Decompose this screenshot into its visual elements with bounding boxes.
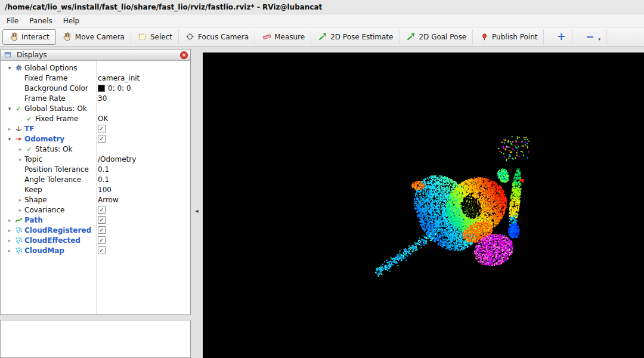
property-label: Fixed Frame (24, 74, 67, 82)
expander-expanded-icon[interactable]: ▾ (5, 106, 14, 112)
visibility-checkbox[interactable]: ✓ (98, 206, 106, 214)
tree-row-frame-rate[interactable]: Frame Rate30 (1, 93, 190, 103)
tool-2d-goal-pose[interactable]: 2D Goal Pose (400, 29, 473, 45)
move-camera-icon (63, 32, 72, 42)
color-swatch[interactable] (98, 85, 105, 92)
visibility-checkbox[interactable]: ✓ (98, 236, 106, 244)
property-value[interactable]: 100 (98, 184, 112, 195)
property-value[interactable]: 0; 0; 0 (98, 83, 131, 93)
expander-collapsed-icon[interactable]: ▸ (5, 126, 14, 132)
tool-move-camera[interactable]: Move Camera (56, 29, 131, 45)
visibility-checkbox[interactable]: ✓ (98, 226, 106, 234)
measure-icon (262, 32, 271, 42)
tree-row-global-status-ok[interactable]: ▾✓Global Status: Ok (1, 103, 190, 113)
expander-collapsed-icon[interactable]: ▸ (5, 248, 14, 254)
menu-bar: FilePanelsHelp (0, 14, 644, 27)
tool-label: Move Camera (75, 33, 125, 41)
tree-row-global-options[interactable]: ▾Global Options (1, 63, 190, 73)
tree-row-cloudmap[interactable]: ▸CloudMap✓ (1, 245, 190, 255)
tool-publish-point[interactable]: Publish Point (473, 29, 544, 45)
displays-panel-header[interactable]: Displays × (1, 50, 190, 61)
tool-focus-camera[interactable]: Focus Camera (179, 29, 255, 45)
expander-collapsed-icon[interactable]: ▸ (5, 217, 14, 223)
value-text: 0; 0; 0 (108, 84, 131, 92)
3d-viewport (203, 53, 644, 358)
visibility-checkbox[interactable]: ✓ (98, 135, 106, 143)
tool-add-tool-icon[interactable]: + (550, 29, 572, 45)
tool-label: Focus Camera (198, 33, 249, 41)
tree-row-fixed-frame[interactable]: ✓Fixed FrameOK (1, 113, 190, 124)
tree-row-cloudregistered[interactable]: ▸CloudRegistered✓ (1, 225, 190, 235)
tree-row-tf[interactable]: ▸TF✓ (1, 124, 190, 134)
menu-help[interactable]: Help (58, 14, 85, 27)
tool-label: 2D Goal Pose (419, 33, 466, 41)
check-icon: ✓ (24, 115, 34, 123)
tool-remove-tool-icon[interactable]: −▾ (578, 29, 607, 45)
pointcloud-icon (14, 236, 23, 245)
property-value[interactable]: camera_init (98, 73, 140, 83)
expander-expanded-icon[interactable]: ▾ (5, 136, 14, 142)
visibility-checkbox[interactable]: ✓ (98, 216, 106, 224)
menu-file[interactable]: File (1, 14, 24, 27)
tree-row-cloudeffected[interactable]: ▸CloudEffected✓ (1, 235, 190, 245)
goal-pose-icon (406, 32, 416, 42)
tree-row-status-ok[interactable]: ▸✓Status: Ok (1, 144, 190, 154)
tool-select[interactable]: Select (131, 29, 179, 45)
tree-row-keep[interactable]: Keep100 (1, 184, 190, 195)
tool-interact[interactable]: Interact (2, 29, 56, 45)
pointcloud-icon (14, 226, 23, 234)
value-text: 0.1 (98, 165, 109, 174)
expander-collapsed-icon[interactable]: ▸ (16, 197, 24, 203)
tool-2d-pose-estimate[interactable]: 2D Pose Estimate (311, 29, 400, 45)
tree-row-position-tolerance[interactable]: Position Tolerance0.1 (1, 164, 190, 174)
tree-row-fixed-frame[interactable]: Fixed Framecamera_init (1, 73, 190, 83)
tool-measure[interactable]: Measure (255, 29, 311, 45)
expander-expanded-icon[interactable]: ▾ (5, 65, 14, 71)
property-value[interactable]: 0.1 (98, 164, 109, 174)
title-bar: /home/cat/lio_ws/install/fast_lio/share/… (0, 0, 644, 14)
property-value[interactable]: ✓ (98, 225, 106, 235)
tree-row-odometry[interactable]: ▾Odometry✓ (1, 134, 190, 144)
property-value[interactable]: ✓ (98, 245, 106, 255)
tool-label: Select (150, 33, 172, 41)
property-value[interactable]: ✓ (98, 124, 106, 134)
expander-collapsed-icon[interactable]: ▸ (16, 207, 24, 213)
property-value[interactable]: /Odometry (98, 154, 136, 164)
expander-collapsed-icon[interactable]: ▸ (5, 227, 14, 233)
property-value[interactable]: OK (98, 113, 108, 124)
expander-collapsed-icon[interactable]: ▸ (5, 237, 14, 243)
tree-row-topic[interactable]: ▸Topic/Odometry (1, 154, 190, 164)
expander-collapsed-icon[interactable]: ▸ (16, 156, 24, 162)
property-label: Covariance (24, 206, 64, 214)
property-value[interactable]: 0.1 (98, 174, 109, 184)
property-label: Angle Tolerance (24, 175, 81, 184)
panel-collapse-handle[interactable]: ◂ (193, 205, 201, 217)
menu-panels[interactable]: Panels (24, 14, 58, 27)
property-value[interactable]: ✓ (98, 215, 106, 225)
visibility-checkbox[interactable]: ✓ (98, 125, 106, 132)
property-label: Fixed Frame (35, 115, 78, 123)
expander-collapsed-icon[interactable]: ▸ (16, 146, 24, 152)
property-label: Background Color (24, 84, 88, 92)
value-text: Arrow (98, 196, 119, 204)
property-value[interactable]: Arrow (98, 195, 119, 205)
tree-row-covariance[interactable]: ▸Covariance✓ (1, 205, 190, 215)
property-value[interactable]: ✓ (98, 134, 106, 144)
property-value[interactable]: 30 (98, 93, 107, 103)
tool-label: Interact (21, 33, 49, 41)
tree-row-path[interactable]: ▸Path✓ (1, 215, 190, 225)
pointcloud-canvas[interactable] (203, 53, 644, 358)
property-value[interactable]: ✓ (98, 235, 106, 245)
property-label: Global Options (24, 64, 77, 72)
property-label: Topic (24, 155, 42, 163)
tree-rows: ▾Global OptionsFixed Framecamera_initBac… (1, 61, 190, 255)
property-label: Position Tolerance (24, 165, 89, 174)
tree-row-background-color[interactable]: Background Color0; 0; 0 (1, 83, 190, 93)
visibility-checkbox[interactable]: ✓ (98, 246, 106, 254)
close-panel-button[interactable]: × (180, 51, 188, 59)
tree-row-shape[interactable]: ▸ShapeArrow (1, 195, 190, 205)
tree-row-angle-tolerance[interactable]: Angle Tolerance0.1 (1, 174, 190, 184)
property-value[interactable]: ✓ (98, 205, 106, 215)
gear-icon (14, 64, 23, 72)
remove-tool-icon: − (585, 32, 595, 42)
